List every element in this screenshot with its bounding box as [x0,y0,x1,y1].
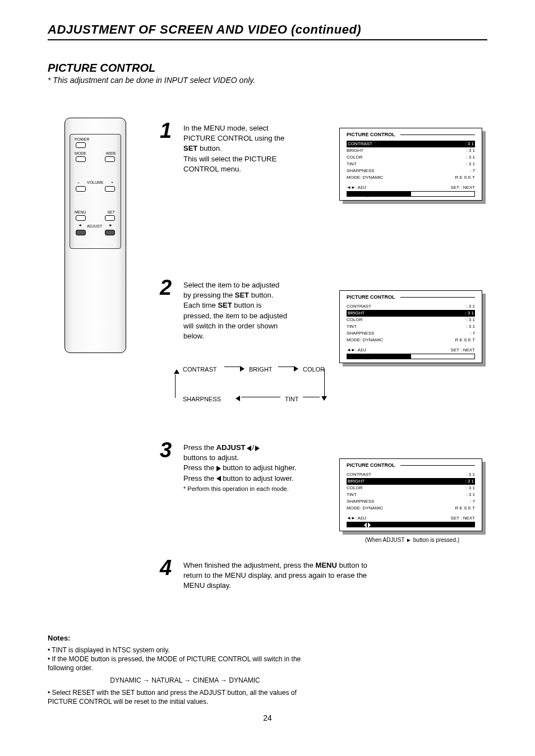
step-1: 1 In the MENU mode, select PICTURE CONTR… [160,123,322,174]
remote-vol-up-button [105,186,115,192]
osd-title: PICTURE CONTROL [347,462,395,468]
osd-row-v: : 3 1 [466,161,475,168]
osd3-caption: (When ADJUST ► button is pressed.) [339,537,485,543]
osd-row-k: CONTRAST [348,141,372,147]
osd-row-v: : 3 1 [465,141,474,147]
step1-set: SET [183,144,197,152]
osd-mode-k: MODE: DYNAMIC [347,174,383,181]
cycle-contrast: CONTRAST [183,365,217,373]
osd-row-k: BRIGHT [348,310,365,317]
osd-row-k: CONTRAST [347,471,371,478]
page-number: 24 [0,713,535,722]
arrow-line [175,374,176,398]
osd-row-k: TINT [347,491,357,498]
remote-mode-button [76,156,86,162]
notes-line4: • Select RESET with the SET button and p… [48,688,322,697]
step1-line2: PICTURE CONTROL using the [183,134,284,142]
remote-menu-button [76,215,86,221]
osd-row-k: TINT [347,323,357,330]
cycle-color: COLOR [303,365,325,373]
step-number: 1 [160,119,172,143]
step1-line1: In the MENU mode, select [183,124,269,132]
osd-panel-2: PICTURE CONTROL CONTRAST: 3 1 BRIGHT: 3 … [339,290,482,363]
osd-row-v: : 7 [470,498,475,505]
osd-row-v: : 3 1 [466,317,475,323]
osd-title-rule [400,134,475,135]
osd-panel-3: PICTURE CONTROL CONTRAST: 3 1 BRIGHT: 3 … [339,458,482,531]
osd-bar [347,354,475,359]
step2-line1: Select the item to be adjusted [183,281,279,289]
remote-label-mode: MODE [75,151,86,155]
osd-row-v: : 3 1 [465,478,474,485]
arrow-right-icon [255,446,260,451]
step4-line1a: When finished the adjustment, press the [183,561,316,569]
arrow-left-icon [216,476,221,481]
remote-power-button [76,142,86,148]
osd-panel-1: PICTURE CONTROL CONTRAST: 3 1 BRIGHT: 3 … [339,128,482,201]
step2-line4: pressed, the item to be adjusted [183,312,287,320]
osd-bar-fill [347,354,411,359]
osd-row-v: : 3 1 [466,147,475,154]
osd-rows: CONTRAST: 3 1 BRIGHT: 3 1 COLOR: 3 1 TIN… [347,303,475,344]
step2-line2a: by pressing the [183,291,235,299]
arrow-left-icon [236,394,240,402]
step4-line3: MENU display. [183,581,231,590]
osd-mode-v: R E S E T [455,505,475,512]
remote-adjust-left-button [76,230,86,235]
step4-menu: MENU [316,561,337,569]
osd-rows: CONTRAST: 3 1 BRIGHT: 3 1 COLOR: 3 1 TIN… [347,141,475,181]
arrow-line [241,397,280,397]
osd3-caption-text: (When ADJUST ► button is pressed.) [365,537,459,543]
arrow-down-icon [321,395,327,402]
remote-label-menu: MENU [75,210,86,214]
osd-bar-fill [347,192,411,196]
osd-mode-k: MODE: DYNAMIC [347,505,383,512]
remote-label-volume: VOLUME [87,180,104,184]
arrow-right-icon [216,466,221,471]
step3-line5: * Perform this operation in each mode. [183,485,289,492]
cycle-tint: TINT [285,395,298,403]
remote-label-adj-left: ◄ [78,223,82,227]
notes-sequence: DYNAMIC → NATURAL → CINEMA → DYNAMIC [48,676,322,685]
step-3: 3 Press the ADJUST/ buttons to adjust. P… [160,443,322,494]
step1-line3b: button. [197,144,222,152]
remote-label-power: POWER [75,137,89,141]
step2-set2: SET [218,301,232,309]
osd-row-v: : 3 1 [466,471,475,478]
arrow-up-icon [174,369,179,374]
osd-row-v: : 3 1 [465,310,474,317]
arrow-line [278,367,294,367]
step-2: 2 Select the item to be adjusted by pres… [160,280,322,341]
osd-row-v: : 3 1 [466,491,475,498]
step4-line1c: button to [337,561,367,569]
remote-label-set: SET [107,210,115,214]
step2-set1: SET [235,291,249,299]
notes-line5: PICTURE CONTROL will be reset to the ini… [48,697,322,706]
remote-vol-down-button [76,186,86,192]
page-title: ADJUSTMENT OF SCREEN AND VIDEO (continue… [48,22,487,37]
step2-line3a: Each time [183,301,218,309]
osd-row-k: COLOR [347,154,362,161]
cycle-diagram: CONTRAST BRIGHT COLOR SHARPNESS TINT [168,364,336,403]
osd-row-k: BRIGHT [348,478,365,485]
osd-row-k: TINT [347,161,357,168]
osd-bar [347,191,475,197]
remote-wide-button [105,156,115,162]
osd-bar-right: SET : NEXT [451,185,475,190]
osd-row-v: : 7 [470,168,475,174]
step3-line3a: Press the [183,463,216,472]
remote-label-wide: WIDE [106,151,116,155]
osd-rows: CONTRAST: 3 1 BRIGHT: 3 1 COLOR: 3 1 TIN… [347,471,475,512]
osd-mode-v: R E S E T [455,174,475,181]
osd-title: PICTURE CONTROL [347,132,395,137]
section-subnote: * This adjustment can be done in INPUT s… [48,76,255,85]
arrow-left-icon [247,446,251,451]
osd-row-v: : 3 1 [466,154,475,161]
osd-bar-left: ◄►: ADJ [347,347,366,353]
arrow-line [224,367,240,367]
osd-row-k: BRIGHT [347,147,363,154]
step3-line2: buttons to adjust. [183,453,239,462]
step-4: 4 When finished the adjustment, press th… [160,560,440,591]
arrow-right-icon [240,364,245,372]
osd-row-k: COLOR [347,485,362,491]
